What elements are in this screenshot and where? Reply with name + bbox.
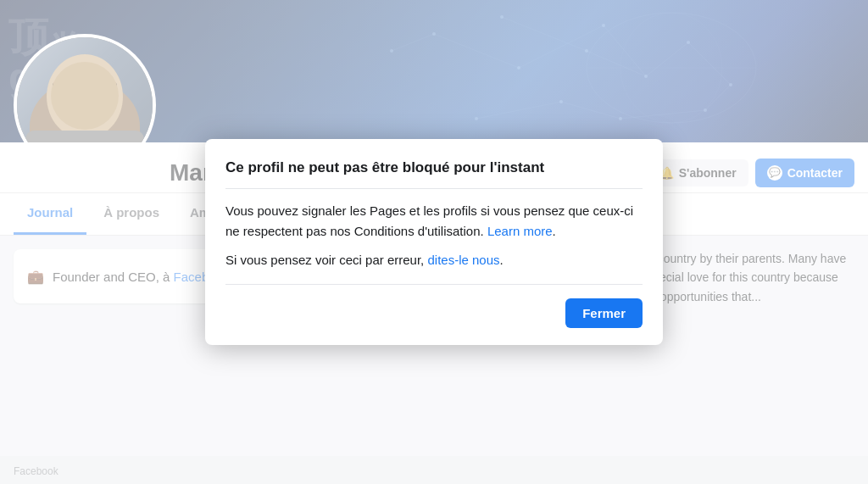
modal-overlay: Ce profil ne peut pas être bloqué pour l… [0,0,868,484]
dites-le-nous-link[interactable]: dites-le nous [427,253,499,267]
modal-body: Vous pouvez signaler les Pages et les pr… [225,201,643,270]
learn-more-link[interactable]: Learn more [487,224,553,238]
modal-title: Ce profil ne peut pas être bloqué pour l… [225,159,643,189]
modal-footer: Fermer [225,284,643,328]
modal-dialog: Ce profil ne peut pas être bloqué pour l… [205,139,663,345]
close-button[interactable]: Fermer [565,298,643,328]
